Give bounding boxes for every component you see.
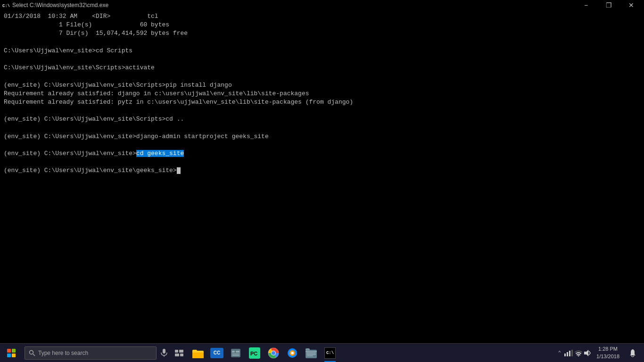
cmd-icon: C:\ [324,347,336,359]
terminal-line: C:\Users\Ujjwal\env_site>cd Scripts [4,47,640,55]
terminal-line: Requirement already satisfied: django in… [4,90,640,98]
volume-icon[interactable] [584,349,591,357]
taskbar-app-pycharm[interactable]: PC [245,344,264,362]
svg-rect-11 [192,353,204,358]
selected-text: cd geeks_site [136,150,184,157]
svg-rect-35 [571,350,573,356]
svg-rect-31 [305,348,310,351]
svg-rect-34 [569,351,570,356]
explorer-icon [230,348,241,358]
terminal-line: Requirement already satisfied: pytz in c… [4,98,640,107]
close-button[interactable]: ✕ [620,0,642,10]
svg-point-22 [272,351,275,355]
svg-rect-12 [192,350,197,352]
cmd-titlebar-icon: C:\ [2,1,9,9]
svg-text:PC: PC [250,351,257,356]
svg-rect-9 [180,354,183,356]
taskbar-apps: CC PC [189,344,339,362]
svg-rect-30 [306,355,313,356]
terminal-line [4,72,640,81]
terminal-line: (env_site) C:\Users\Ujjwal\env_site\Scri… [4,115,640,123]
clock-date: 1/13/2018 [596,353,619,360]
chrome-icon [268,347,279,359]
windows-logo [7,349,16,357]
terminal-line [4,38,640,47]
svg-point-36 [578,355,579,356]
svg-rect-16 [232,354,239,354]
terminal-prompt: (env_site) C:\Users\Ujjwal\env_site\geek… [4,166,640,175]
terminal-line [4,141,640,149]
terminal-line: (env_site) C:\Users\Ujjwal\env_site\Scri… [4,81,640,90]
svg-rect-33 [567,352,568,356]
maximize-button[interactable]: ❐ [598,0,619,10]
taskbar-app-file-manager[interactable] [302,344,321,362]
network-icon[interactable] [564,350,573,356]
search-icon [29,350,35,356]
voice-search-button[interactable] [157,344,172,362]
terminal-line: (env_site) C:\Users\Ujjwal\env_site>djan… [4,132,640,141]
microphone-icon [161,349,167,357]
notification-button[interactable] [625,344,640,362]
titlebar-controls: − ❐ ✕ [575,0,642,10]
notification-icon [629,349,636,357]
terminal-line [4,107,640,115]
terminal-window[interactable]: 01/13/2018 10:32 AM <DIR> tcl 1 File(s) … [0,10,644,343]
svg-line-3 [33,354,35,356]
system-clock[interactable]: 1:28 PM 1/13/2018 [593,346,623,360]
svg-point-2 [30,350,33,354]
terminal-line: 1 File(s) 60 bytes [4,21,640,29]
titlebar: C:\ Select C:\Windows\system32\cmd.exe −… [0,0,644,10]
taskbar: Type here to search CC [0,343,644,362]
svg-rect-6 [175,350,178,353]
file-explorer-icon [192,348,204,358]
file-manager-icon [305,348,317,358]
taskbar-app-cmd[interactable]: C:\ [321,344,339,362]
svg-rect-4 [163,349,165,354]
svg-rect-17 [232,355,239,356]
taskbar-app-firefox[interactable] [283,344,302,362]
svg-marker-37 [584,350,588,356]
svg-rect-28 [306,353,316,354]
terminal-line-highlight: (env_site) C:\Users\Ujjwal\env_site>cd g… [4,149,640,158]
task-view-icon [175,350,183,356]
svg-rect-32 [564,354,566,356]
cursor [177,167,181,174]
svg-rect-7 [179,350,183,353]
titlebar-title: Select C:\Windows\system32\cmd.exe [12,2,108,8]
titlebar-left: C:\ Select C:\Windows\system32\cmd.exe [2,1,108,9]
taskbar-app-explorer[interactable] [226,344,245,362]
svg-rect-8 [175,354,179,356]
pycharm-icon: PC [249,347,260,359]
svg-rect-15 [236,351,239,353]
terminal-line: 7 Dir(s) 15,074,414,592 bytes free [4,29,640,38]
svg-rect-14 [232,351,235,353]
taskbar-app-file-explorer[interactable] [189,344,207,362]
clock-time: 1:28 PM [598,346,618,353]
chevron-up-icon[interactable]: ⌃ [556,350,562,356]
terminal-line: 01/13/2018 10:32 AM <DIR> tcl [4,12,640,21]
cc-icon: CC [210,348,223,358]
terminal-line [4,123,640,132]
svg-rect-27 [305,351,317,352]
taskbar-app-cc[interactable]: CC [207,344,226,362]
taskbar-right: ⌃ 1:28 PM 1/13/2018 [556,344,644,362]
terminal-line [4,158,640,166]
svg-rect-29 [306,354,316,355]
svg-point-25 [291,352,294,354]
svg-rect-13 [231,349,240,357]
terminal-line [4,55,640,64]
wifi-icon[interactable] [575,350,582,356]
terminal-line: C:\Users\Ujjwal\env_site\Scripts>activat… [4,64,640,72]
minimize-button[interactable]: − [575,0,597,10]
start-button[interactable] [0,344,23,362]
svg-text:C:\: C:\ [2,4,9,8]
search-placeholder-text: Type here to search [38,350,88,356]
task-view-button[interactable] [172,344,187,362]
firefox-icon [287,347,298,359]
taskbar-app-chrome[interactable] [264,344,283,362]
search-bar[interactable]: Type here to search [25,346,157,360]
